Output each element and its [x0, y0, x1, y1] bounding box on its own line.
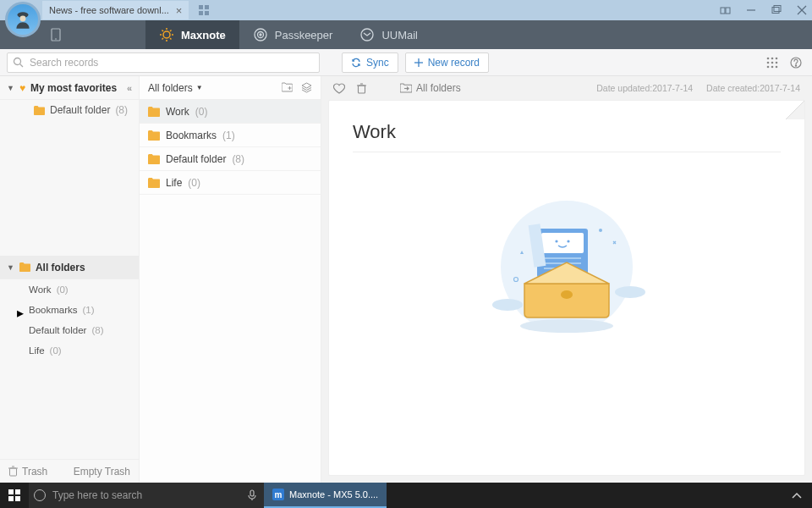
svg-marker-48	[302, 83, 311, 88]
svg-point-66	[599, 229, 602, 232]
all-folders-header-label: All folders	[36, 262, 85, 273]
maximize-icon[interactable]	[771, 5, 782, 15]
search-input[interactable]	[7, 52, 320, 73]
search-icon	[13, 57, 24, 68]
new-record-button[interactable]: New record	[405, 52, 489, 73]
svg-point-36	[771, 61, 774, 64]
svg-point-28	[14, 58, 21, 64]
new-record-label: New record	[428, 57, 480, 69]
sidebar-item-life[interactable]: Life (0)	[0, 340, 139, 361]
browser-tab[interactable]: News - free software downl... ×	[42, 1, 189, 19]
empty-trash-button[interactable]: Empty Trash	[74, 466, 130, 478]
svg-point-59	[555, 240, 557, 242]
trash-icon	[8, 466, 18, 477]
svg-rect-3	[205, 11, 209, 15]
folder-row-count: (0)	[195, 106, 208, 118]
svg-rect-8	[774, 6, 781, 12]
breadcrumb[interactable]: All folders	[400, 82, 461, 94]
sync-button[interactable]: Sync	[342, 52, 398, 73]
folder-row-bookmarks[interactable]: Bookmarks (1)	[140, 124, 321, 147]
new-folder-icon[interactable]	[282, 82, 293, 93]
svg-point-40	[776, 65, 778, 68]
folder-icon	[148, 178, 160, 188]
taskbar-app-maxnote[interactable]: m Maxnote - MX5 5.0....	[264, 483, 387, 508]
nav-maxnote[interactable]: Maxnote	[145, 20, 239, 49]
date-created: Date created:2017-7-14	[706, 83, 800, 93]
user-avatar[interactable]	[5, 2, 41, 37]
folder-row-label: Default folder	[166, 153, 226, 165]
app-header: Maxnote Passkeeper UUMail	[0, 20, 812, 49]
svg-rect-43	[10, 468, 17, 476]
svg-rect-2	[199, 11, 203, 15]
sidebar-item-label: Default folder	[50, 104, 110, 116]
system-tray[interactable]	[782, 492, 812, 499]
svg-point-27	[361, 29, 373, 41]
folder-list-header[interactable]: All folders ▼	[140, 76, 321, 100]
delete-icon[interactable]	[357, 83, 366, 94]
favorites-header-label: My most favorites	[30, 82, 117, 94]
svg-point-56	[520, 319, 613, 333]
maxnote-icon	[159, 27, 174, 42]
date-updated: Date updated:2017-7-14	[596, 83, 693, 93]
collapse-icon[interactable]: «	[127, 83, 132, 93]
minimize-icon[interactable]	[746, 5, 756, 15]
nav-maxnote-label: Maxnote	[181, 29, 226, 41]
sync-label: Sync	[366, 57, 389, 69]
sidebar-item-work[interactable]: Work (0)	[0, 279, 139, 300]
svg-point-65	[561, 290, 573, 299]
svg-line-29	[20, 64, 24, 67]
caret-down-icon: ▼	[7, 263, 14, 272]
close-window-icon[interactable]	[797, 5, 807, 15]
svg-point-32	[767, 57, 770, 59]
folder-list-header-label: All folders	[148, 82, 193, 94]
start-button[interactable]	[0, 483, 29, 508]
layers-icon[interactable]	[301, 82, 312, 93]
snap-icon[interactable]	[720, 5, 731, 16]
windows-taskbar: Type here to search m Maxnote - MX5 5.0.…	[0, 483, 812, 508]
folder-row-label: Work	[166, 106, 189, 118]
svg-point-42	[795, 64, 796, 65]
svg-point-37	[776, 61, 778, 64]
svg-rect-0	[199, 5, 203, 9]
close-tab-icon[interactable]: ×	[176, 4, 183, 17]
svg-point-15	[163, 31, 170, 38]
detail-header: All folders Date updated:2017-7-14 Date …	[321, 76, 812, 100]
caret-right-icon[interactable]: ▸	[17, 305, 24, 321]
nav-passkeeper[interactable]: Passkeeper	[239, 20, 347, 49]
folder-row-life[interactable]: Life (0)	[140, 171, 321, 195]
cortana-icon	[34, 489, 46, 501]
favorite-icon[interactable]	[333, 83, 345, 94]
content-title: Work	[353, 121, 781, 152]
sidebar-item-label: Default folder	[29, 325, 86, 335]
favorites-header[interactable]: ▼ ♥ My most favorites «	[0, 76, 139, 100]
window-titlebar: News - free software downl... ×	[0, 0, 812, 20]
new-tab-icon[interactable]	[199, 5, 209, 15]
folder-row-default[interactable]: Default folder (8)	[140, 147, 321, 171]
folder-icon	[19, 262, 30, 272]
sidebar-item-count: (0)	[50, 345, 62, 356]
svg-rect-5	[726, 8, 730, 14]
sidebar-item-default-folder[interactable]: Default folder (8)	[0, 320, 139, 340]
svg-point-33	[771, 57, 774, 59]
app-icon: m	[272, 489, 284, 500]
trash-button[interactable]: Trash	[8, 466, 47, 478]
sidebar-item-default-folder[interactable]: Default folder (8)	[0, 100, 139, 120]
svg-point-38	[767, 65, 770, 68]
mic-icon[interactable]	[240, 483, 264, 508]
folder-row-work[interactable]: Work (0)	[140, 100, 321, 124]
breadcrumb-label: All folders	[416, 82, 461, 94]
sidebar-item-count: (8)	[91, 325, 103, 335]
phone-icon[interactable]	[51, 28, 61, 41]
passkeeper-icon	[253, 27, 268, 42]
taskbar-app-label: Maxnote - MX5 5.0....	[289, 489, 378, 500]
apps-grid-icon[interactable]	[766, 57, 778, 69]
nav-uumail[interactable]: UUMail	[346, 20, 431, 49]
sidebar-item-label: Work	[29, 284, 52, 295]
svg-rect-68	[8, 489, 14, 494]
folder-row-label: Life	[166, 177, 182, 189]
help-icon[interactable]	[790, 57, 802, 69]
sidebar-item-count: (8)	[115, 104, 128, 116]
all-folders-header[interactable]: ▼ All folders	[0, 256, 139, 279]
taskbar-search[interactable]: Type here to search	[29, 483, 240, 508]
folder-row-count: (0)	[188, 177, 200, 189]
